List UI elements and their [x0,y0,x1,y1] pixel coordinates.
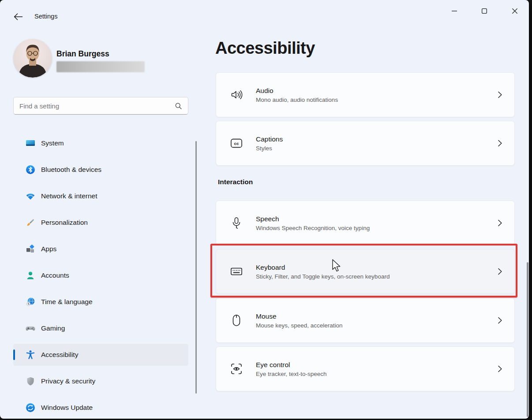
card-title: Keyboard [256,264,390,271]
sidebar-item-label: Personalization [41,219,88,227]
sidebar-item-label: Windows Update [41,404,93,412]
back-arrow-icon [14,13,23,21]
card-subtitle: Eye tracker, text-to-speech [256,371,327,377]
close-icon [512,8,517,14]
sidebar-item-system[interactable]: System [13,132,188,154]
card-subtitle: Styles [256,145,283,152]
network-icon [25,191,36,201]
sidebar-item-privacy[interactable]: Privacy & security [13,370,188,392]
maximize-icon [482,8,487,14]
card-title: Captions [256,135,283,143]
minimize-button[interactable] [444,3,465,19]
page-title: Accessibility [215,39,315,58]
gaming-icon [25,323,36,334]
card-eye-control[interactable]: Eye control Eye tracker, text-to-speech [216,346,515,391]
search-box [13,97,188,115]
keyboard-icon [230,265,243,278]
card-subtitle: Mono audio, audio notifications [256,97,338,103]
sidebar-scrollbar[interactable] [195,141,197,394]
card-audio[interactable]: Audio Mono audio, audio notifications [216,72,515,117]
card-mouse[interactable]: Mouse Mouse keys, speed, acceleration [216,298,515,343]
card-title: Mouse [256,312,343,320]
chevron-right-icon [497,316,503,324]
chevron-right-icon [497,268,503,275]
sidebar-item-label: Time & language [41,298,93,306]
redacted-email [56,61,145,72]
card-title: Audio [256,87,338,95]
avatar[interactable] [13,39,52,78]
sidebar-item-label: Bluetooth & devices [41,166,101,174]
card-keyboard[interactable]: Keyboard Sticky, Filter, and Toggle keys… [216,249,515,294]
time-language-icon [25,297,36,307]
chevron-right-icon [497,365,503,373]
sidebar-item-personalization[interactable]: Personalization [13,212,188,234]
chevron-right-icon [497,219,503,227]
accessibility-icon [25,349,36,360]
sidebar-item-label: Network & internet [41,192,97,200]
sidebar-item-label: Apps [41,245,56,253]
chevron-right-icon [497,91,503,99]
card-captions[interactable]: cc Captions Styles [216,121,515,166]
mouse-icon [230,314,243,327]
sidebar-item-label: Gaming [41,324,65,332]
sidebar-item-time-language[interactable]: Time & language [13,291,188,313]
sidebar-item-gaming[interactable]: Gaming [13,317,188,339]
titlebar: Settings [0,0,529,25]
main-scrollbar[interactable] [527,262,528,417]
minimize-icon [452,8,457,14]
settings-window: Settings [0,0,529,419]
speaker-icon [230,89,243,101]
search-input[interactable] [14,102,175,110]
card-subtitle: Sticky, Filter, and Toggle keys, on-scre… [256,273,390,280]
sidebar-item-accessibility[interactable]: Accessibility [13,344,188,366]
sidebar-item-label: System [41,139,64,147]
search-icon[interactable] [175,103,182,109]
sidebar-item-network[interactable]: Network & internet [13,185,188,207]
maximize-button[interactable] [474,3,495,19]
bluetooth-icon [25,164,36,175]
card-subtitle: Windows Speech Recognition, voice typing [256,225,370,231]
privacy-icon [25,376,36,387]
card-speech[interactable]: Speech Windows Speech Recognition, voice… [216,201,515,245]
chevron-right-icon [497,139,503,147]
app-title: Settings [34,13,57,20]
card-title: Speech [256,215,370,223]
sidebar-item-windows-update[interactable]: Windows Update [13,397,188,419]
sidebar-item-bluetooth[interactable]: Bluetooth & devices [13,159,188,181]
close-button[interactable] [505,3,525,19]
sidebar-item-apps[interactable]: Apps [13,238,188,260]
microphone-icon [230,217,243,229]
personalization-icon [25,217,36,228]
svg-text:cc: cc [234,141,239,146]
section-header-interaction: Interaction [218,178,253,186]
sidebar-item-label: Accounts [41,271,69,279]
apps-icon [25,244,36,254]
captions-icon: cc [230,137,243,149]
card-title: Eye control [256,361,327,369]
windows-update-icon [25,402,36,413]
eye-control-icon [230,363,243,375]
sidebar-nav: System Bluetooth & devices Network & int… [13,132,188,419]
sidebar-item-label: Accessibility [41,351,78,359]
card-subtitle: Mouse keys, speed, acceleration [256,322,343,329]
accounts-icon [25,270,36,281]
sidebar-item-accounts[interactable]: Accounts [13,264,188,286]
profile-name: Brian Burgess [56,49,109,59]
back-button[interactable] [11,10,26,24]
system-icon [25,138,36,149]
sidebar-item-label: Privacy & security [41,377,95,385]
